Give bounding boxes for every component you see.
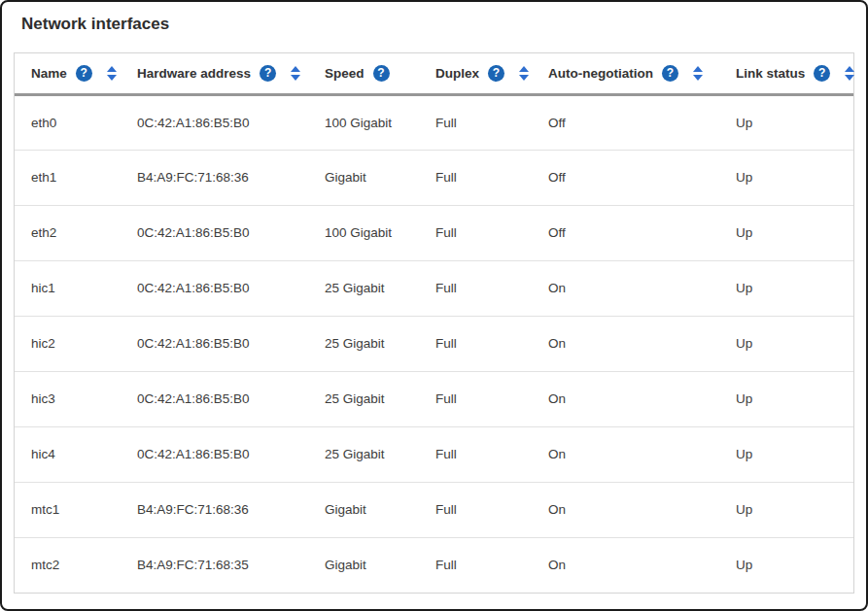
sort-icon[interactable] <box>845 66 854 81</box>
cell-duplex: Full <box>419 537 532 593</box>
cell-speed: Gigabit <box>308 482 419 537</box>
header-row: Name ? Hardware address ? <box>15 53 853 94</box>
cell-duplex: Full <box>419 205 532 260</box>
cell-auto-negotiation: Off <box>532 94 719 150</box>
cell-auto-negotiation: On <box>532 260 719 316</box>
table-row: eth2 0C:42:A1:86:B5:B0 100 Gigabit Full … <box>15 205 853 260</box>
cell-link-status: Up <box>719 205 853 260</box>
cell-hardware-address: 0C:42:A1:86:B5:B0 <box>121 260 308 316</box>
table-row: hic3 0C:42:A1:86:B5:B0 25 Gigabit Full O… <box>15 371 853 426</box>
cell-duplex: Full <box>419 482 532 537</box>
help-icon[interactable]: ? <box>814 65 830 82</box>
cell-duplex: Full <box>419 316 532 371</box>
cell-auto-negotiation: On <box>532 316 719 371</box>
page-title: Network interfaces <box>21 14 866 35</box>
cell-hardware-address: 0C:42:A1:86:B5:B0 <box>121 94 308 150</box>
cell-name: eth2 <box>15 205 121 260</box>
cell-name: hic4 <box>15 426 121 482</box>
cell-name: hic3 <box>15 371 121 426</box>
cell-hardware-address: B4:A9:FC:71:68:36 <box>121 150 308 205</box>
cell-hardware-address: 0C:42:A1:86:B5:B0 <box>121 371 308 426</box>
cell-link-status: Up <box>719 150 853 205</box>
cell-duplex: Full <box>419 260 532 316</box>
table-row: eth0 0C:42:A1:86:B5:B0 100 Gigabit Full … <box>15 94 853 150</box>
cell-duplex: Full <box>419 94 532 150</box>
cell-hardware-address: B4:A9:FC:71:68:35 <box>121 537 308 593</box>
sort-icon[interactable] <box>291 66 300 81</box>
cell-speed: 25 Gigabit <box>308 371 419 426</box>
column-label: Auto-negotiation <box>548 66 653 81</box>
table-row: hic2 0C:42:A1:86:B5:B0 25 Gigabit Full O… <box>15 316 853 371</box>
table-row: mtc2 B4:A9:FC:71:68:35 Gigabit Full On U… <box>15 537 853 593</box>
column-label: Duplex <box>435 66 479 81</box>
cell-name: mtc1 <box>15 482 121 537</box>
cell-hardware-address: B4:A9:FC:71:68:36 <box>121 482 308 537</box>
cell-speed: 100 Gigabit <box>308 94 419 150</box>
network-interfaces-table: Name ? Hardware address ? <box>15 53 853 593</box>
cell-auto-negotiation: On <box>532 371 719 426</box>
help-icon[interactable]: ? <box>662 65 678 82</box>
help-icon[interactable]: ? <box>373 65 390 82</box>
cell-link-status: Up <box>719 94 853 150</box>
column-header-auto-negotiation[interactable]: Auto-negotiation ? <box>532 53 719 94</box>
network-interfaces-table-container: Name ? Hardware address ? <box>14 52 854 594</box>
cell-link-status: Up <box>719 371 853 426</box>
cell-name: eth0 <box>15 94 121 150</box>
cell-speed: 25 Gigabit <box>308 260 419 316</box>
cell-link-status: Up <box>719 426 853 482</box>
column-label: Link status <box>736 66 805 81</box>
cell-link-status: Up <box>719 316 853 371</box>
cell-link-status: Up <box>719 482 853 537</box>
column-header-duplex[interactable]: Duplex ? <box>419 53 532 94</box>
cell-name: hic1 <box>15 260 121 316</box>
cell-name: eth1 <box>15 150 121 205</box>
sort-icon[interactable] <box>693 66 703 81</box>
cell-speed: Gigabit <box>308 537 419 593</box>
cell-auto-negotiation: On <box>532 426 719 482</box>
cell-link-status: Up <box>719 260 853 316</box>
help-icon[interactable]: ? <box>76 65 92 82</box>
sort-icon[interactable] <box>107 66 117 81</box>
table-row: hic1 0C:42:A1:86:B5:B0 25 Gigabit Full O… <box>15 260 853 316</box>
sort-icon[interactable] <box>519 66 529 81</box>
table-header: Name ? Hardware address ? <box>15 53 853 94</box>
table-row: hic4 0C:42:A1:86:B5:B0 25 Gigabit Full O… <box>15 426 853 482</box>
cell-name: mtc2 <box>15 537 121 593</box>
cell-duplex: Full <box>419 371 532 426</box>
table-row: eth1 B4:A9:FC:71:68:36 Gigabit Full Off … <box>15 150 853 205</box>
column-label: Hardware address <box>137 66 251 81</box>
network-interfaces-panel: Network interfaces Name ? <box>0 0 868 611</box>
cell-speed: Gigabit <box>308 150 419 205</box>
column-header-speed: Speed ? <box>308 53 419 94</box>
cell-hardware-address: 0C:42:A1:86:B5:B0 <box>121 205 308 260</box>
column-header-link-status[interactable]: Link status ? <box>719 53 853 94</box>
table-body: eth0 0C:42:A1:86:B5:B0 100 Gigabit Full … <box>15 94 853 593</box>
column-header-name[interactable]: Name ? <box>15 53 121 94</box>
column-header-hardware-address[interactable]: Hardware address ? <box>121 53 308 94</box>
cell-speed: 25 Gigabit <box>308 316 419 371</box>
help-icon[interactable]: ? <box>488 65 504 82</box>
cell-auto-negotiation: On <box>532 482 719 537</box>
help-icon[interactable]: ? <box>260 65 276 82</box>
column-label: Speed <box>325 66 365 81</box>
column-label: Name <box>31 66 67 81</box>
cell-duplex: Full <box>419 426 532 482</box>
cell-hardware-address: 0C:42:A1:86:B5:B0 <box>121 316 308 371</box>
cell-duplex: Full <box>419 150 532 205</box>
cell-name: hic2 <box>15 316 121 371</box>
table-row: mtc1 B4:A9:FC:71:68:36 Gigabit Full On U… <box>15 482 853 537</box>
cell-auto-negotiation: Off <box>532 205 719 260</box>
cell-auto-negotiation: Off <box>532 150 719 205</box>
cell-hardware-address: 0C:42:A1:86:B5:B0 <box>121 426 308 482</box>
cell-speed: 25 Gigabit <box>308 426 419 482</box>
cell-auto-negotiation: On <box>532 537 719 593</box>
cell-speed: 100 Gigabit <box>308 205 419 260</box>
cell-link-status: Up <box>719 537 853 593</box>
